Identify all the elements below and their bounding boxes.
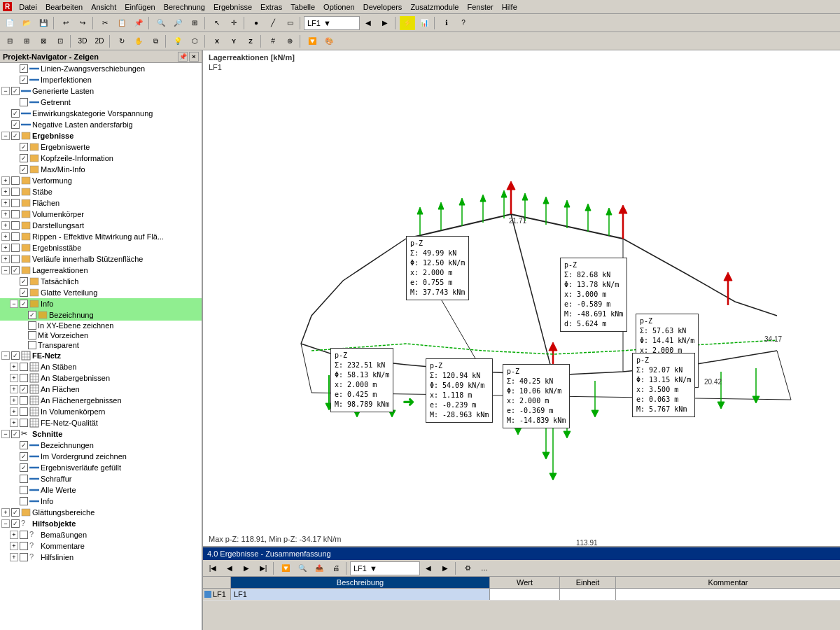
checkbox-generierte-lasten[interactable] [11,87,20,95]
tree-item-bezeichnung[interactable]: Bezeichnung [0,309,202,321]
bt-next[interactable]: ▶ [239,561,254,575]
checkbox-info2[interactable] [20,497,28,505]
menu-optionen[interactable]: Optionen [319,2,359,12]
tree-expand-hilfsobjekte[interactable]: − [1,519,10,528]
tree-expand-verformung[interactable]: + [1,176,10,185]
tree-item-ergebnisverlaeufe-gefuellt[interactable]: Ergebnisverläufe gefüllt [0,462,202,473]
checkbox-verformung[interactable] [11,176,20,185]
tb-prev-case[interactable]: ◀ [360,16,376,30]
tree-item-einwirkungs[interactable]: Einwirkungskategorie Vorspannung [0,108,202,119]
tree-expand-glaettungsbereiche[interactable]: + [1,508,10,517]
tree-item-verlaeufe[interactable]: +Verläufe innerhalb Stützenfläche [0,253,202,265]
tree-expand-hilfslinien[interactable]: + [10,553,18,561]
tree-expand-darstellungsart[interactable]: + [1,221,10,230]
checkbox-hilfslinien[interactable] [20,553,28,561]
tb2-view2[interactable]: ⊞ [19,34,34,48]
checkbox-kopfzeile[interactable] [20,154,28,162]
tree-item-im-vordergrund[interactable]: Im Vordergrund zeichnen [0,451,202,462]
checkbox-schnitte[interactable] [11,430,20,438]
tree-item-mit-vorzeichen[interactable]: Mit Vorzeichen [0,330,202,340]
tree-expand-bemassungen[interactable]: + [10,531,18,539]
tb-calculate[interactable]: ⚡ [400,16,415,30]
bt-last[interactable]: ▶| [255,561,271,575]
tb-next-case[interactable]: ▶ [377,16,393,30]
bt-export[interactable]: 📤 [312,561,327,575]
tb2-grid[interactable]: # [265,34,281,48]
checkbox-ergebnisstaebe[interactable] [11,244,20,252]
tb-move[interactable]: ✛ [226,16,241,30]
bt-filter[interactable]: 🔽 [278,561,293,575]
tree-expand-in-volumenkoerpern[interactable]: + [10,407,18,416]
checkbox-bemassungen[interactable] [20,531,28,539]
checkbox-in-volumenkoerpern[interactable] [20,407,28,416]
menu-einfuegen[interactable]: Einfügen [120,2,159,12]
tree-item-glaettungsbereiche[interactable]: +Glättungsbereiche [0,507,202,518]
checkbox-flaechen[interactable] [11,199,20,207]
tree-item-darstellungsart[interactable]: +Darstellungsart [0,220,202,231]
tree-expand-staebe[interactable]: + [1,188,10,196]
tree-item-volumenkoerper[interactable]: +Volumenkörper [0,209,202,220]
checkbox-kommentare[interactable] [20,542,28,550]
menu-bearbeiten[interactable]: Bearbeiten [41,2,87,12]
tree-item-imperfektionen[interactable]: Imperfektionen [0,74,202,85]
tree-item-an-flaechen[interactable]: +An Flächen [0,384,202,395]
tb-save[interactable]: 💾 [36,16,51,30]
tb-help[interactable]: ? [456,16,471,30]
checkbox-bezeichnungen[interactable] [20,441,28,449]
tree-item-info[interactable]: −Info [0,298,202,309]
tb2-pan[interactable]: ✋ [131,34,146,48]
bt-load-combo[interactable]: LF1 ▼ [350,561,420,575]
checkbox-staebe[interactable] [11,188,20,196]
bt-nav-next[interactable]: ▶ [438,561,453,575]
tree-expand-ergebnisstaebe[interactable]: + [1,244,10,252]
tree-item-maxmin[interactable]: Max/Min-Info [0,164,202,175]
tb-cut[interactable]: ✂ [97,16,113,30]
tb2-view1[interactable]: ⊟ [2,34,18,48]
tree-item-lagerreaktionen[interactable]: −Lagerreaktionen [0,265,202,276]
tree-expand-an-flaechenergebnissen[interactable]: + [10,396,18,405]
tb2-view4[interactable]: ⊡ [52,34,68,48]
tree-expand-volumenkoerper[interactable]: + [1,210,10,218]
table-row-lf1[interactable]: LF1 LF1 [203,589,840,601]
checkbox-ergebnisverlaeufe-gefuellt[interactable] [20,463,28,472]
checkbox-info[interactable] [20,300,28,308]
checkbox-im-vordergrund[interactable] [20,452,28,461]
bt-print[interactable]: 🖨 [328,561,344,575]
checkbox-ergebniswerte[interactable] [20,143,28,151]
tree-item-tatsaechlich[interactable]: Tatsächlich [0,276,202,287]
tree-item-verformung[interactable]: +Verformung [0,175,202,186]
tree-expand-kommentare[interactable]: + [10,542,18,550]
checkbox-glaettungsbereiche[interactable] [11,508,20,517]
checkbox-an-staeben[interactable] [20,363,28,371]
tree-expand-rippen[interactable]: + [1,232,10,241]
tb-paste[interactable]: 📌 [131,16,146,30]
tree-item-kommentare[interactable]: +?Kommentare [0,540,202,552]
tree-item-rippen[interactable]: +Rippen - Effektive Mitwirkung auf Flä..… [0,231,202,242]
menu-datei[interactable]: Datei [15,2,41,12]
checkbox-an-flaechenergebnissen[interactable] [20,396,28,405]
checkbox-bezeichnung[interactable] [28,311,36,319]
tb-undo[interactable]: ↩ [58,16,74,30]
panel-close-btn[interactable]: × [189,52,199,62]
tree-item-hilfslinien[interactable]: +?Hilfslinien [0,552,202,563]
tb-node[interactable]: ● [248,16,264,30]
tree-item-hilfsobjekte[interactable]: −?Hilfsobjekte [0,518,202,529]
menu-developers[interactable]: Developers [359,2,407,12]
bt-first[interactable]: |◀ [205,561,220,575]
tb-open[interactable]: 📂 [19,16,34,30]
menu-fenster[interactable]: Fenster [463,2,497,12]
tree-item-ergebnisse[interactable]: −Ergebnisse [0,130,202,141]
load-case-dropdown[interactable]: LF1 ▼ [304,16,360,30]
tree-item-kopfzeile[interactable]: Kopfzeile-Information [0,153,202,164]
menu-ergebnisse[interactable]: Ergebnisse [209,2,256,12]
tree-item-an-flaechenergebnissen[interactable]: +An Flächenergebnissen [0,395,202,406]
tree-item-schraffur[interactable]: Schraffur [0,473,202,484]
tb-zoom-in[interactable]: 🔍 [153,16,169,30]
tree-expand-an-stabergebnissen[interactable]: + [10,374,18,382]
checkbox-alle-werte[interactable] [20,486,28,494]
tb2-filter[interactable]: 🔽 [304,34,320,48]
bt-nav-prev[interactable]: ◀ [421,561,436,575]
bt-search[interactable]: 🔍 [295,561,310,575]
tree-item-an-staeben[interactable]: +An Stäben [0,361,202,372]
checkbox-imperfektionen[interactable] [20,76,28,84]
